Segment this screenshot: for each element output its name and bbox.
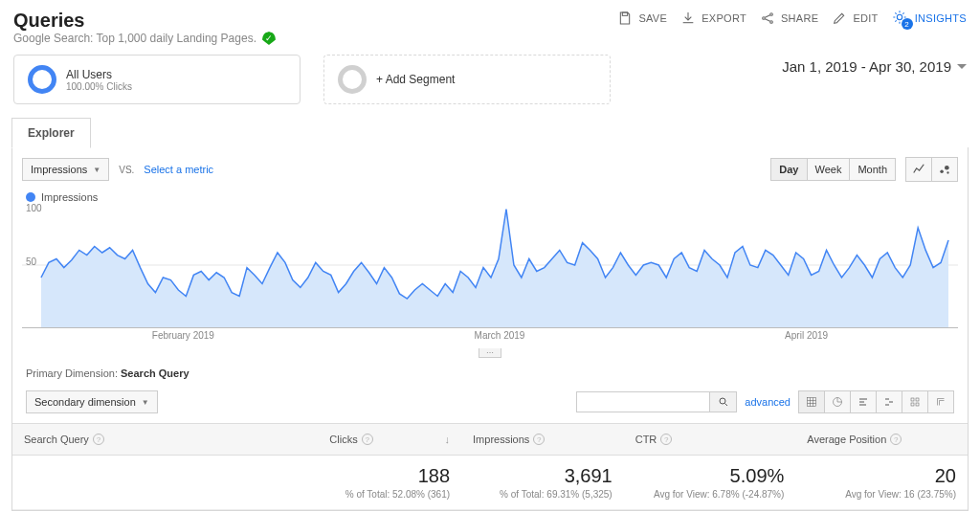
share-icon	[760, 11, 775, 26]
save-label: SAVE	[638, 12, 667, 24]
chevron-down-icon: ▼	[93, 166, 100, 174]
help-icon[interactable]: ?	[362, 434, 373, 445]
search-input[interactable]	[576, 391, 710, 412]
total-avg-pos: 20	[935, 465, 956, 486]
svg-point-5	[940, 170, 944, 174]
metric-selector[interactable]: Impressions ▼	[22, 158, 109, 181]
view-pivot[interactable]	[928, 390, 954, 413]
line-chart-icon	[912, 163, 925, 176]
sort-desc-icon: ↓	[445, 434, 451, 445]
export-label: EXPORT	[702, 12, 746, 24]
x-axis-label: March 2019	[475, 330, 525, 341]
cloud-icon	[909, 396, 921, 408]
bubble-chart-icon	[938, 163, 951, 176]
x-axis-label: April 2019	[785, 330, 828, 341]
chart-collapse-handle[interactable]: ⋯	[479, 348, 501, 358]
help-icon[interactable]: ?	[93, 434, 104, 445]
chevron-down-icon: ▼	[142, 398, 149, 407]
col-ctr[interactable]: CTR	[635, 434, 657, 445]
svg-point-7	[947, 171, 948, 173]
x-axis-label: February 2019	[152, 330, 214, 341]
advanced-search-link[interactable]: advanced	[745, 396, 791, 408]
segment-detail: 100.00% Clicks	[66, 81, 132, 92]
granularity-day[interactable]: Day	[770, 158, 807, 181]
save-button[interactable]: SAVE	[617, 11, 667, 26]
segment-all-users[interactable]: All Users 100.00% Clicks	[13, 55, 301, 104]
y-axis-label-mid: 50	[26, 256, 36, 267]
granularity-group: Day Week Month	[770, 158, 896, 181]
total-ctr-sub: Avg for View: 6.78% (-24.87%)	[635, 489, 785, 500]
edit-button[interactable]: EDIT	[832, 11, 878, 26]
view-term-cloud[interactable]	[902, 390, 928, 413]
metric-label: Impressions	[31, 164, 87, 175]
impressions-chart	[22, 203, 958, 327]
help-icon[interactable]: ?	[890, 434, 902, 445]
comparison-icon	[883, 396, 895, 408]
col-clicks[interactable]: Clicks	[329, 434, 357, 445]
pie-icon	[832, 396, 843, 408]
total-avg-pos-sub: Avg for View: 16 (23.75%)	[807, 489, 956, 500]
share-label: SHARE	[781, 12, 818, 24]
search-button[interactable]	[710, 391, 737, 412]
svg-point-6	[945, 166, 949, 170]
save-icon	[617, 11, 633, 26]
granularity-week[interactable]: Week	[808, 158, 851, 181]
add-segment-label: + Add Segment	[376, 73, 455, 86]
insights-button[interactable]: 2 INSIGHTS	[892, 10, 967, 27]
table-totals-row: 188 % of Total: 52.08% (361) 3,691 % of …	[12, 456, 968, 510]
insights-count: 2	[902, 18, 913, 30]
export-button[interactable]: EXPORT	[680, 11, 746, 26]
y-axis-label-top: 100	[26, 203, 42, 213]
export-icon	[680, 11, 696, 26]
svg-point-1	[763, 17, 766, 20]
primary-dimension-value: Search Query	[121, 367, 189, 379]
vs-label: VS.	[119, 165, 134, 175]
shield-icon: ✓	[262, 32, 276, 45]
legend-dot-icon	[26, 192, 35, 202]
data-table: Search Query ? Clicks ? ↓ Impressions ?	[12, 423, 968, 510]
bars-icon	[858, 396, 869, 408]
total-clicks-sub: % of Total: 52.08% (361)	[329, 489, 450, 500]
date-range-text: Jan 1, 2019 - Apr 30, 2019	[782, 58, 951, 75]
svg-rect-10	[808, 398, 816, 407]
motion-chart-toggle[interactable]	[932, 157, 958, 182]
help-icon[interactable]: ?	[660, 434, 672, 445]
svg-rect-13	[916, 398, 919, 401]
search-icon	[718, 396, 729, 408]
help-icon[interactable]: ?	[533, 434, 545, 445]
total-ctr: 5.09%	[730, 465, 785, 486]
total-clicks: 188	[418, 465, 450, 486]
segment-circle-icon	[28, 65, 56, 94]
legend-label: Impressions	[41, 191, 98, 203]
add-segment-button[interactable]: + Add Segment	[323, 55, 611, 104]
granularity-month[interactable]: Month	[850, 158, 896, 181]
page-title: Queries	[13, 10, 276, 32]
total-impressions-sub: % of Total: 69.31% (5,325)	[473, 489, 612, 500]
secondary-dimension-label: Secondary dimension	[34, 396, 136, 408]
share-button[interactable]: SHARE	[760, 11, 818, 26]
segment-circle-empty-icon	[338, 65, 367, 94]
view-pie[interactable]	[825, 390, 851, 413]
view-table[interactable]	[798, 390, 825, 413]
svg-rect-12	[911, 398, 914, 401]
col-search-query[interactable]: Search Query	[24, 434, 89, 445]
table-icon	[806, 396, 817, 408]
insights-label: INSIGHTS	[915, 12, 967, 24]
total-impressions: 3,691	[565, 465, 612, 486]
chart-area: 100 50 February 2019 March 2019 April 20…	[22, 203, 958, 346]
col-avg-position[interactable]: Average Position	[807, 434, 886, 445]
view-comparison[interactable]	[877, 390, 902, 413]
chevron-down-icon	[957, 64, 967, 69]
line-chart-toggle[interactable]	[905, 157, 932, 182]
svg-point-4	[897, 14, 902, 19]
page-subtitle: Google Search: Top 1,000 daily Landing P…	[13, 32, 256, 45]
segment-name: All Users	[66, 68, 132, 81]
pencil-icon	[832, 11, 847, 26]
secondary-dimension-selector[interactable]: Secondary dimension ▼	[26, 390, 158, 413]
view-performance[interactable]	[851, 390, 877, 413]
col-impressions[interactable]: Impressions	[473, 434, 529, 445]
tab-explorer[interactable]: Explorer	[11, 118, 91, 148]
select-metric-link[interactable]: Select a metric	[144, 164, 213, 175]
pivot-icon	[935, 396, 947, 408]
date-range-picker[interactable]: Jan 1, 2019 - Apr 30, 2019	[782, 55, 967, 75]
